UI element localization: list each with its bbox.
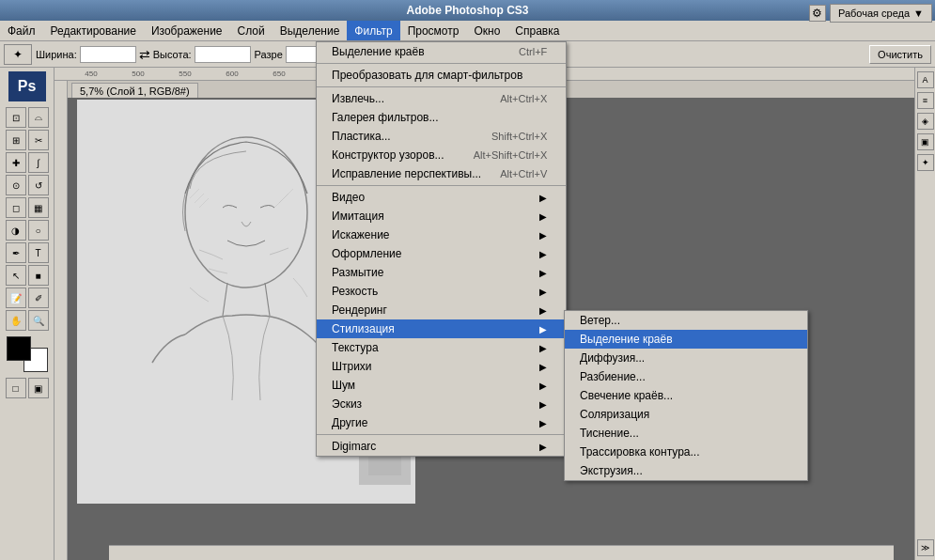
filter-sharpness[interactable]: Резкость ▶	[317, 282, 566, 301]
filter-highlight-edges-top[interactable]: Выделение краёв Ctrl+F	[317, 42, 566, 61]
tool-row-3: ✚ ∫	[6, 152, 49, 173]
shape-tool[interactable]: ■	[28, 265, 49, 286]
filter-pattern-maker[interactable]: Конструктор узоров... Alt+Shift+Ctrl+X	[317, 146, 566, 164]
tool-row-2: ⊞ ✂	[6, 130, 49, 150]
menu-edit[interactable]: Редактирование	[43, 21, 144, 40]
width-group: Ширина: ⇄ Высота:	[36, 46, 251, 63]
filter-gallery[interactable]: Галерея фильтров...	[317, 108, 566, 127]
styliz-extrusion[interactable]: Экструзия...	[565, 461, 807, 480]
gradient-tool[interactable]: ▦	[28, 197, 49, 218]
status-bar	[109, 545, 894, 560]
panel-btn-5[interactable]: ✦	[917, 154, 934, 171]
tool-row-1: ⊡ ⌓	[6, 107, 49, 128]
filter-extract[interactable]: Извлечь... Alt+Ctrl+X	[317, 89, 566, 108]
lasso-tool[interactable]: ⌓	[28, 107, 49, 128]
menu-bar: Файл Редактирование Изображение Слой Выд…	[0, 21, 935, 41]
tool-row-9: 📝 ✐	[6, 288, 49, 308]
separator-2	[317, 86, 566, 87]
workspace-area: ⚙ Рабочая среда ▼	[806, 0, 935, 26]
tool-row-4: ⊙ ↺	[6, 175, 49, 195]
filter-perspective[interactable]: Исправление перспективы... Alt+Ctrl+V	[317, 164, 566, 183]
separator-4	[317, 434, 566, 435]
menu-image[interactable]: Изображение	[144, 21, 230, 40]
menu-help[interactable]: Справка	[507, 21, 567, 40]
filter-smart-filters[interactable]: Преобразовать для смарт-фильтров	[317, 66, 566, 85]
workspace-button[interactable]: Рабочая среда ▼	[830, 4, 932, 23]
clone-tool[interactable]: ⊙	[6, 175, 26, 195]
menu-filter[interactable]: Фильтр	[347, 21, 399, 40]
app-title: Adobe Photoshop CS3	[407, 4, 529, 17]
color-boxes	[7, 336, 48, 372]
menu-layer[interactable]: Слой	[230, 21, 273, 40]
filter-video[interactable]: Видео ▶	[317, 188, 566, 207]
notes-tool[interactable]: 📝	[6, 288, 26, 308]
width-label: Ширина:	[36, 49, 77, 60]
settings-icon[interactable]: ⚙	[809, 5, 826, 22]
chevron-down-icon: ▼	[913, 8, 924, 19]
eyedropper-tool[interactable]: ✐	[28, 288, 49, 308]
separator-1	[317, 63, 566, 64]
filter-rendering[interactable]: Рендеринг ▶	[317, 301, 566, 319]
history-tool[interactable]: ↺	[28, 175, 49, 195]
dodge-tool[interactable]: ○	[28, 220, 49, 241]
styliz-fragmentation[interactable]: Разбиение...	[565, 367, 807, 386]
pen-tool[interactable]: ✒	[6, 242, 26, 263]
menu-select[interactable]: Выделение	[273, 21, 348, 40]
healing-tool[interactable]: ✚	[6, 152, 26, 173]
styliz-emboss[interactable]: Тиснение...	[565, 424, 807, 443]
path-select-tool[interactable]: ↖	[6, 265, 26, 286]
panel-btn-3[interactable]: ◈	[917, 113, 934, 130]
styliz-trace-contour[interactable]: Трассировка контура...	[565, 443, 807, 461]
styliz-glow-edges[interactable]: Свечение краёв...	[565, 386, 807, 405]
filter-distort[interactable]: Искажение ▶	[317, 226, 566, 244]
filter-digimarc[interactable]: Digimarc ▶	[317, 437, 566, 456]
panel-btn-1[interactable]: A	[917, 71, 934, 88]
marquee-tool[interactable]: ⊡	[6, 107, 26, 128]
resolution-label: Разре	[255, 49, 283, 60]
filter-texture[interactable]: Текстура ▶	[317, 338, 566, 357]
crop-tool[interactable]: ⊞	[6, 130, 26, 150]
blur-tool[interactable]: ◑	[6, 220, 26, 241]
tool-row-10: ✋ 🔍	[6, 310, 49, 331]
filter-decor[interactable]: Оформление ▶	[317, 244, 566, 263]
clear-button[interactable]: Очистить	[869, 45, 931, 64]
quickmask-mode[interactable]: ▣	[28, 378, 49, 398]
filter-strokes[interactable]: Штрихи ▶	[317, 357, 566, 376]
filter-imitation[interactable]: Имитация ▶	[317, 207, 566, 226]
menu-file[interactable]: Файл	[0, 21, 43, 40]
width-input[interactable]	[80, 46, 136, 63]
menu-view[interactable]: Просмотр	[400, 21, 467, 40]
panel-btn-bottom[interactable]: ≫	[917, 539, 934, 556]
filter-sketch[interactable]: Эскиз ▶	[317, 395, 566, 413]
panel-btn-2[interactable]: ≡	[917, 92, 934, 109]
filter-menu: Выделение краёв Ctrl+F Преобразовать для…	[316, 41, 567, 457]
filter-noise[interactable]: Шум ▶	[317, 376, 566, 395]
text-tool[interactable]: T	[28, 242, 49, 263]
tool-row-6: ◑ ○	[6, 220, 49, 241]
right-panel: A ≡ ◈ ▣ ✦ ≫	[914, 68, 935, 560]
ps-logo: Ps	[8, 71, 46, 101]
menu-window[interactable]: Окно	[466, 21, 507, 40]
panel-btn-4[interactable]: ▣	[917, 133, 934, 150]
title-bar: Adobe Photoshop CS3	[0, 0, 935, 21]
filter-blur[interactable]: Размытие ▶	[317, 263, 566, 282]
tool-options-icon[interactable]: ✦	[4, 44, 32, 65]
styliz-highlight-edges[interactable]: Выделение краёв	[565, 330, 807, 349]
styliz-wind[interactable]: Ветер...	[565, 311, 807, 330]
filter-stylization[interactable]: Стилизация ▶	[317, 319, 566, 338]
zoom-tool[interactable]: 🔍	[28, 310, 49, 331]
slice-tool[interactable]: ✂	[28, 130, 49, 150]
canvas-tab[interactable]: 5,7% (Слой 1, RGB/8#)	[71, 83, 198, 98]
styliz-solarize[interactable]: Соляризация	[565, 405, 807, 424]
styliz-diffusion[interactable]: Диффузия...	[565, 349, 807, 367]
brush-tool[interactable]: ∫	[28, 152, 49, 173]
foreground-color[interactable]	[7, 336, 31, 361]
swap-icon[interactable]: ⇄	[139, 47, 150, 62]
hand-tool[interactable]: ✋	[6, 310, 26, 331]
tool-row-7: ✒ T	[6, 242, 49, 263]
filter-plastic[interactable]: Пластика... Shift+Ctrl+X	[317, 127, 566, 146]
eraser-tool[interactable]: ◻	[6, 197, 26, 218]
filter-other[interactable]: Другие ▶	[317, 413, 566, 432]
height-input[interactable]	[195, 46, 251, 63]
standard-mode[interactable]: □	[6, 378, 26, 398]
